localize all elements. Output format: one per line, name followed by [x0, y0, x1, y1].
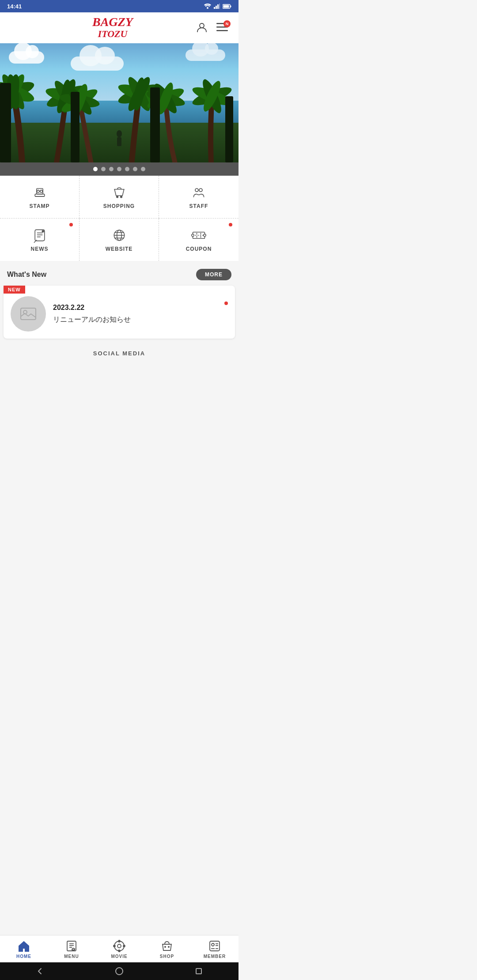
svg-point-54 [199, 188, 202, 192]
notification-badge: N [223, 20, 231, 27]
news-icon [32, 227, 48, 243]
news-unread-dot [224, 302, 228, 305]
svg-point-66 [192, 234, 194, 236]
logo-area: BAGZY ITOZU [31, 16, 194, 40]
stamp-label: STAMP [29, 203, 49, 209]
battery-icon [223, 4, 231, 9]
svg-rect-43 [225, 96, 233, 162]
slide-dot-3[interactable] [109, 167, 114, 171]
svg-rect-11 [216, 30, 228, 31]
grid-item-website[interactable]: WEBSITE [80, 219, 159, 261]
svg-rect-1 [214, 7, 215, 9]
photo-icon [20, 308, 36, 320]
grid-item-coupon[interactable]: COUPON [159, 219, 238, 261]
slide-indicators [0, 162, 238, 176]
time-display: 14:41 [7, 3, 22, 10]
grid-item-news[interactable]: NEWS [0, 219, 80, 261]
svg-rect-42 [150, 87, 160, 162]
slide-dot-2[interactable] [101, 167, 106, 171]
news-label: NEWS [31, 246, 49, 252]
user-icon [196, 22, 208, 33]
stamp-icon [32, 185, 48, 200]
news-date: 2023.2.22 [53, 304, 217, 312]
slide-dot-1[interactable] [93, 167, 98, 171]
coupon-notification-dot [229, 223, 232, 226]
grid-item-stamp[interactable]: STAMP [0, 176, 80, 219]
social-media-section: SOCIAL MEDIA [0, 342, 238, 365]
wifi-icon [204, 4, 211, 9]
header: BAGZY ITOZU N [0, 12, 238, 43]
palm-trees [0, 48, 238, 162]
coupon-icon [191, 227, 207, 243]
coupon-label: COUPON [186, 246, 212, 252]
status-bar: 14:41 [0, 0, 238, 12]
website-label: WEBSITE [106, 246, 133, 252]
svg-point-44 [117, 130, 122, 137]
news-card[interactable]: NEW 2023.2.22 リニューアルのお知らせ [4, 286, 235, 339]
svg-rect-40 [0, 83, 11, 162]
svg-rect-47 [36, 188, 42, 194]
logo-line2: ITOZU [92, 28, 133, 40]
slide-dot-4[interactable] [117, 167, 121, 171]
svg-point-52 [120, 196, 122, 198]
news-content: 2023.2.22 リニューアルのお知らせ [53, 300, 217, 324]
svg-rect-6 [223, 5, 229, 8]
svg-point-51 [116, 196, 118, 198]
slide-dot-7[interactable] [141, 167, 145, 171]
svg-point-0 [207, 7, 208, 9]
grid-item-shopping[interactable]: SHOPPING [80, 176, 159, 219]
hero-banner[interactable] [0, 43, 238, 162]
status-icons [204, 4, 231, 9]
header-icons: N [194, 20, 230, 36]
svg-point-67 [204, 234, 206, 236]
hero-scene [0, 43, 238, 162]
news-thumbnail [11, 296, 46, 332]
svg-rect-72 [21, 308, 36, 320]
svg-rect-41 [71, 92, 80, 162]
grid-menu: STAMP SHOPPING STAFF [0, 176, 238, 261]
svg-point-53 [195, 188, 198, 192]
news-notification-dot [69, 223, 73, 226]
svg-rect-2 [216, 6, 217, 9]
website-icon [111, 227, 127, 243]
svg-point-8 [200, 23, 204, 28]
more-button[interactable]: MORE [196, 269, 231, 280]
staff-icon [191, 185, 207, 200]
signal-icon [214, 4, 220, 9]
profile-button[interactable] [194, 20, 209, 36]
whats-new-header: What's New MORE [0, 261, 238, 286]
shopping-icon [111, 185, 127, 200]
grid-item-staff[interactable]: STAFF [159, 176, 238, 219]
menu-button[interactable]: N [215, 21, 230, 35]
svg-rect-7 [231, 5, 231, 7]
svg-point-49 [37, 190, 39, 192]
svg-rect-4 [219, 4, 220, 9]
whats-new-title: What's New [7, 271, 46, 279]
slide-dot-5[interactable] [125, 167, 129, 171]
new-badge: NEW [4, 286, 25, 294]
svg-rect-45 [117, 137, 121, 146]
svg-rect-3 [217, 4, 219, 9]
news-title-text: リニューアルのお知らせ [53, 315, 217, 324]
bottom-spacer [0, 365, 238, 418]
social-media-label: SOCIAL MEDIA [93, 350, 145, 357]
svg-point-58 [42, 230, 44, 232]
shopping-label: SHOPPING [103, 203, 135, 209]
svg-point-50 [40, 190, 42, 192]
slide-dot-6[interactable] [133, 167, 137, 171]
staff-label: STAFF [189, 203, 208, 209]
logo-line1: BAGZY [92, 16, 133, 28]
